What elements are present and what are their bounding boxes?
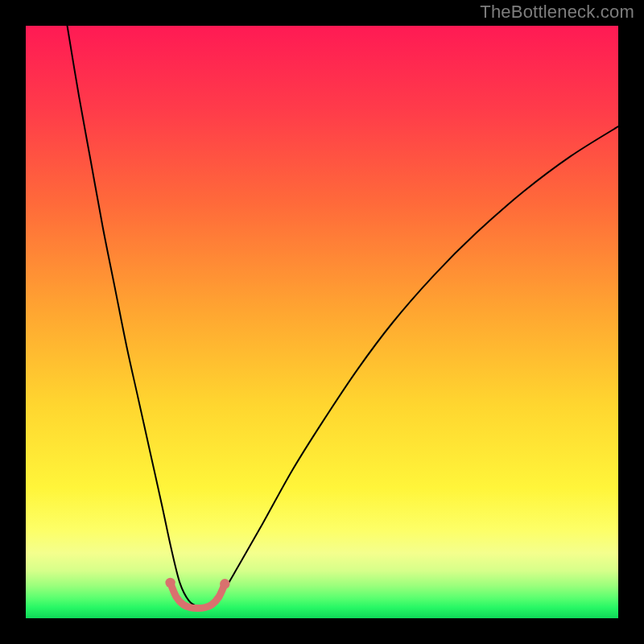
curve-layer	[26, 26, 618, 618]
watermark-text: TheBottleneck.com	[480, 2, 634, 23]
bottleneck-curve	[68, 26, 618, 608]
min-marker-dot	[220, 579, 229, 588]
plot-area	[26, 26, 618, 618]
min-marker	[165, 578, 229, 609]
min-marker-stroke	[171, 583, 225, 609]
min-marker-dot	[165, 578, 175, 588]
outer-frame: TheBottleneck.com	[0, 0, 644, 644]
